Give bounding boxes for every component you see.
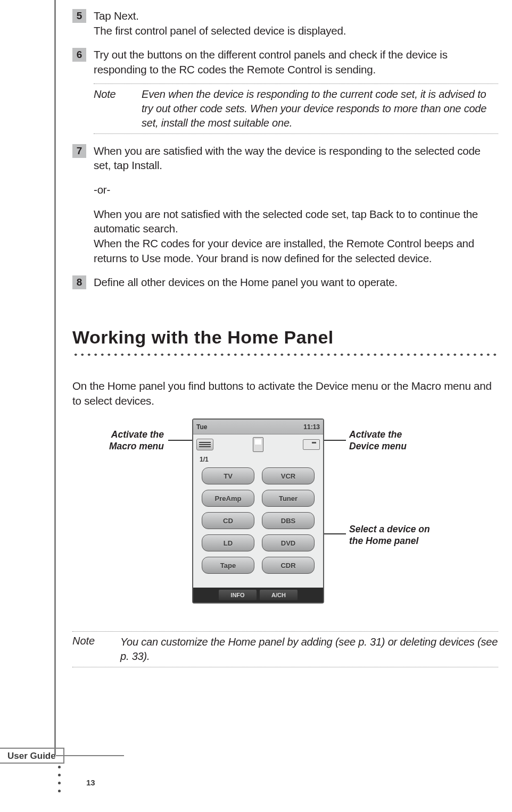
step-or: -or- <box>94 182 498 197</box>
device-time: 11:13 <box>303 423 320 431</box>
info-button[interactable]: INFO <box>219 590 257 600</box>
step-5: 5 Tap Next. The first control panel of s… <box>72 9 498 38</box>
device-button-tv[interactable]: TV <box>202 467 254 484</box>
page-content: 5 Tap Next. The first control panel of s… <box>72 9 498 667</box>
device-button-vcr[interactable]: VCR <box>262 467 315 484</box>
device-button-cd[interactable]: CD <box>202 512 254 529</box>
callout-device-menu: Activate the Device menu <box>349 429 424 453</box>
footer-rule <box>56 755 124 756</box>
device-button-cdr[interactable]: CDR <box>262 557 315 574</box>
device-button-tape[interactable]: Tape <box>202 557 254 574</box>
step-text: When you are not satisfied with the sele… <box>94 207 498 236</box>
note-label: Note <box>94 87 126 130</box>
callout-macro: Activate the Macro menu <box>95 429 164 453</box>
note-box: Note Even when the device is responding … <box>94 83 498 134</box>
step-text: The first control panel of selected devi… <box>94 24 346 37</box>
step-7: 7 When you are satisfied with the way th… <box>72 144 498 266</box>
footer-dots <box>58 766 61 798</box>
device-header: Tue 11:13 <box>193 420 323 434</box>
device-menu-icon[interactable] <box>303 439 320 450</box>
footer-tab: User Guide <box>0 748 64 764</box>
device-button-tuner[interactable]: Tuner <box>262 490 315 507</box>
device-button-ld[interactable]: LD <box>202 534 254 551</box>
note-text: Even when the device is responding to th… <box>142 87 498 130</box>
step-text: When you are satisfied with the way the … <box>94 144 498 173</box>
step-text: When the RC codes for your device are in… <box>94 236 498 265</box>
step-text: Try out the buttons on the different con… <box>94 48 448 76</box>
device-button-grid: TV VCR PreAmp Tuner CD DBS LD DVD Tape C… <box>202 467 315 574</box>
device-button-dbs[interactable]: DBS <box>262 512 315 529</box>
step-heading: Tap Next. <box>94 10 139 22</box>
macro-menu-icon[interactable] <box>196 439 213 450</box>
device-toolbar <box>193 434 323 455</box>
note-label: Note <box>72 635 104 664</box>
note-text: You can customize the Home panel by addi… <box>120 635 498 664</box>
step-8: 8 Define all other devices on the Home p… <box>72 275 498 290</box>
intro-paragraph: On the Home panel you find buttons to ac… <box>72 379 498 408</box>
step-number: 6 <box>72 48 86 62</box>
step-number: 5 <box>72 9 86 23</box>
step-body: When you are satisfied with the way the … <box>94 144 498 266</box>
step-body: Define all other devices on the Home pan… <box>94 275 498 290</box>
device-button-dvd[interactable]: DVD <box>262 534 315 551</box>
note-box: Note You can customize the Home panel by… <box>72 631 498 667</box>
home-panel-diagram: Activate the Macro menu Activate the Dev… <box>72 418 498 615</box>
callout-line <box>320 440 346 441</box>
step-body: Tap Next. The first control panel of sel… <box>94 9 498 38</box>
step-number: 7 <box>72 144 86 158</box>
device-footer: INFO A/CH <box>193 588 323 602</box>
callout-select-device: Select a device on the Home panel <box>349 524 445 547</box>
device-day: Tue <box>196 423 207 431</box>
ach-button[interactable]: A/CH <box>260 590 298 600</box>
step-6: 6 Try out the buttons on the different c… <box>72 47 498 133</box>
page-indicator: 1/1 <box>200 456 209 463</box>
remote-icon <box>253 437 263 452</box>
step-number: 8 <box>72 275 86 289</box>
dotted-rule <box>72 352 498 357</box>
step-body: Try out the buttons on the different con… <box>94 47 498 133</box>
page-number: 13 <box>86 778 95 787</box>
device-mockup: Tue 11:13 1/1 TV VCR PreAmp Tuner CD DBS… <box>192 418 324 604</box>
section-title: Working with the Home Panel <box>72 327 498 348</box>
step-text: Define all other devices on the Home pan… <box>94 276 398 288</box>
margin-rule <box>54 0 56 755</box>
device-button-preamp[interactable]: PreAmp <box>202 490 254 507</box>
